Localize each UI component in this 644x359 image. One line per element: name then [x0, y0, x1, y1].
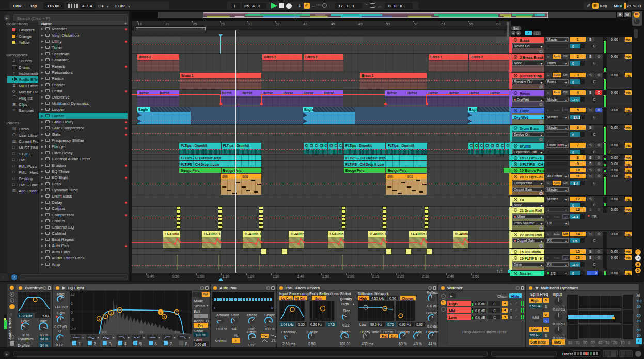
- svg-text:6: 6: [163, 315, 165, 318]
- svg-text:4: 4: [119, 308, 120, 312]
- svg-text:7: 7: [176, 311, 177, 314]
- svg-text:2: 2: [104, 315, 106, 318]
- svg-text:1: 1: [98, 317, 100, 320]
- svg-text:3: 3: [110, 311, 112, 314]
